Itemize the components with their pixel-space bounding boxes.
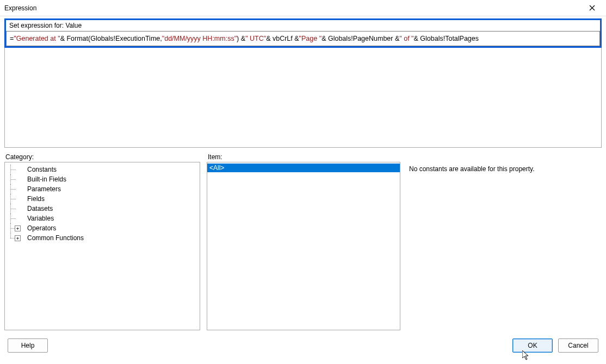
item-row[interactable]: <All> <box>207 164 400 172</box>
category-item[interactable]: +Common Functions <box>7 233 200 243</box>
expression-input-wrap: ="Generated at " & Format(Globals!Execut… <box>4 31 602 48</box>
tree-branch-icon <box>7 184 18 194</box>
category-listbox[interactable]: ConstantsBuilt-in FieldsParametersFields… <box>4 162 200 330</box>
expression-token: & vbCrLf & <box>266 35 299 42</box>
category-tree: ConstantsBuilt-in FieldsParametersFields… <box>5 164 200 243</box>
expression-token: & Globals!PageNumber & <box>321 35 399 42</box>
item-listbox[interactable]: <All> <box>207 162 400 330</box>
category-item-label: Fields <box>26 195 46 203</box>
close-icon <box>589 5 595 11</box>
expression-input[interactable]: ="Generated at " & Format(Globals!Execut… <box>6 31 600 46</box>
tree-branch-icon <box>7 194 18 204</box>
category-item[interactable]: Parameters <box>7 184 200 194</box>
tree-branch-icon <box>7 214 18 223</box>
category-item-label: Datasets <box>26 205 54 212</box>
category-label: Category: <box>4 153 200 161</box>
tree-branch-icon <box>7 174 18 184</box>
item-column: Item: <All> <box>207 153 400 330</box>
tree-expand-icon[interactable]: + <box>15 235 21 241</box>
expression-token: "Generated at " <box>14 35 60 42</box>
tree-branch-icon <box>7 204 18 214</box>
expression-label-row: Set expression for: Value <box>4 18 602 31</box>
category-column: Category: ConstantsBuilt-in FieldsParame… <box>4 153 200 330</box>
footer: Help OK Cancel <box>0 330 606 361</box>
expression-token: = <box>10 35 14 42</box>
ok-button[interactable]: OK <box>512 338 553 353</box>
category-item[interactable]: Fields <box>7 194 200 204</box>
category-item-label: Operators <box>26 224 57 232</box>
expression-token: "dd/MM/yyyy HH:mm:ss" <box>162 35 237 42</box>
expression-token: "Page " <box>299 35 322 42</box>
category-item[interactable]: Constants <box>7 165 200 174</box>
category-item-label: Constants <box>26 166 58 173</box>
cancel-button[interactable]: Cancel <box>558 338 598 353</box>
expression-dialog: Expression Set expression for: Value ="G… <box>0 0 606 364</box>
category-item[interactable]: Datasets <box>7 204 200 214</box>
expression-editor-area[interactable] <box>4 48 602 148</box>
description-column: No constants are available for this prop… <box>407 153 602 330</box>
help-button[interactable]: Help <box>8 338 48 353</box>
category-item-label: Parameters <box>26 185 62 193</box>
category-item[interactable]: Variables <box>7 214 200 223</box>
dialog-title: Expression <box>4 4 36 12</box>
close-button[interactable] <box>581 0 603 15</box>
category-item-label: Common Functions <box>26 234 85 242</box>
expression-token: ) & <box>237 35 245 42</box>
expression-label: Set expression for: Value <box>9 22 82 29</box>
description-label-spacer <box>407 153 602 161</box>
description-text: No constants are available for this prop… <box>407 162 602 330</box>
expression-token: & Format(Globals!ExecutionTime, <box>60 35 162 42</box>
expression-token: & Globals!TotalPages <box>414 35 479 42</box>
titlebar: Expression <box>0 0 606 16</box>
category-item[interactable]: Built-in Fields <box>7 174 200 184</box>
tree-expand-icon[interactable]: + <box>15 225 21 231</box>
category-item-label: Built-in Fields <box>26 175 67 183</box>
item-label: Item: <box>207 153 400 161</box>
category-item[interactable]: +Operators <box>7 223 200 233</box>
expression-token: " of " <box>399 35 413 42</box>
expression-token: " UTC" <box>245 35 266 42</box>
category-item-label: Variables <box>26 215 55 222</box>
tree-branch-icon <box>7 165 18 174</box>
panels-row: Category: ConstantsBuilt-in FieldsParame… <box>4 153 602 330</box>
